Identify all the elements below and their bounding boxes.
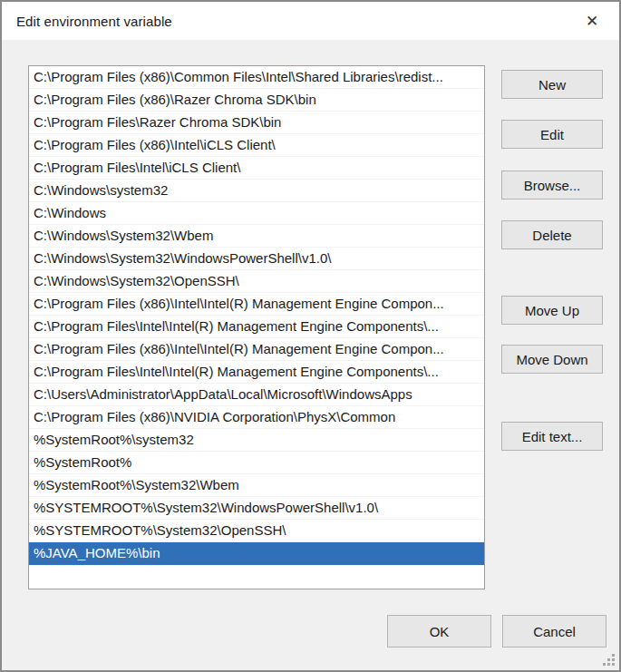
- list-item[interactable]: C:\Windows\System32\Wbem: [29, 225, 484, 248]
- list-item[interactable]: C:\Program Files (x86)\Intel\Intel(R) Ma…: [29, 338, 484, 361]
- list-item[interactable]: C:\Program Files (x86)\Razer Chroma SDK\…: [29, 89, 484, 112]
- list-item[interactable]: C:\Program Files (x86)\Intel\iCLS Client…: [29, 134, 484, 157]
- list-item[interactable]: C:\Program Files\Razer Chroma SDK\bin: [29, 112, 484, 134]
- list-item[interactable]: %JAVA_HOME%\bin: [29, 542, 484, 565]
- list-item[interactable]: %SYSTEMROOT%\System32\WindowsPowerShell\…: [29, 497, 484, 520]
- list-item[interactable]: C:\Program Files\Intel\iCLS Client\: [29, 157, 484, 180]
- list-item[interactable]: C:\Program Files (x86)\Common Files\Inte…: [29, 66, 484, 89]
- close-icon[interactable]: ✕: [572, 2, 612, 40]
- list-item[interactable]: C:\Windows\system32: [29, 180, 484, 202]
- move-up-button[interactable]: Move Up: [501, 296, 603, 325]
- path-list[interactable]: C:\Program Files (x86)\Common Files\Inte…: [28, 65, 485, 589]
- list-item[interactable]: C:\Program Files (x86)\Intel\Intel(R) Ma…: [29, 293, 484, 316]
- ok-button[interactable]: OK: [387, 615, 491, 648]
- resize-grip-icon[interactable]: [601, 652, 615, 666]
- list-item[interactable]: %SystemRoot%: [29, 452, 484, 474]
- list-item[interactable]: C:\Users\Administrator\AppData\Local\Mic…: [29, 384, 484, 406]
- list-item[interactable]: C:\Windows\System32\OpenSSH\: [29, 270, 484, 293]
- list-item[interactable]: C:\Program Files\Intel\Intel(R) Manageme…: [29, 361, 484, 384]
- list-item[interactable]: C:\Windows\System32\WindowsPowerShell\v1…: [29, 248, 484, 270]
- browse-button[interactable]: Browse...: [501, 170, 603, 200]
- list-item[interactable]: %SystemRoot%\System32\Wbem: [29, 474, 484, 497]
- dialog-title: Edit environment variable: [16, 14, 172, 29]
- edit-text-button[interactable]: Edit text...: [501, 422, 603, 451]
- edit-environment-variable-dialog: Edit environment variable ✕ C:\Program F…: [0, 0, 621, 672]
- title-bar: Edit environment variable ✕: [2, 2, 619, 40]
- move-down-button[interactable]: Move Down: [501, 345, 603, 374]
- list-item[interactable]: %SYSTEMROOT%\System32\OpenSSH\: [29, 520, 484, 542]
- new-button[interactable]: New: [501, 70, 603, 99]
- list-item[interactable]: C:\Program Files (x86)\NVIDIA Corporatio…: [29, 406, 484, 429]
- edit-button[interactable]: Edit: [501, 120, 603, 149]
- list-item[interactable]: C:\Program Files\Intel\Intel(R) Manageme…: [29, 316, 484, 338]
- delete-button[interactable]: Delete: [501, 220, 603, 249]
- cancel-button[interactable]: Cancel: [502, 615, 606, 648]
- list-item[interactable]: C:\Windows: [29, 202, 484, 225]
- list-item[interactable]: %SystemRoot%\system32: [29, 429, 484, 452]
